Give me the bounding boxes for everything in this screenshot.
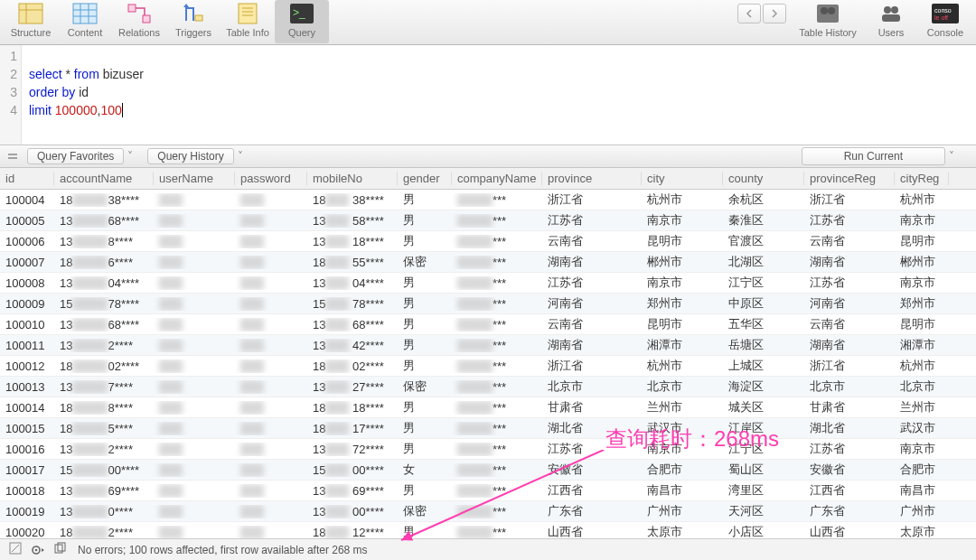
table-row[interactable]: 10000915xxxxxx78****xxxxxxxx15xxxx 78***… (0, 294, 976, 314)
cell: 100005 (0, 214, 54, 228)
code-line[interactable]: select * from bizuser (29, 65, 144, 83)
cell: 天河区 (723, 503, 804, 519)
table-row[interactable]: 10001715xxxxxx00****xxxxxxxx15xxxx 00***… (0, 460, 976, 481)
cell: 甘肃省 (542, 399, 642, 415)
cell: 湖南省 (542, 254, 642, 270)
cell: 上城区 (723, 358, 804, 374)
table-row[interactable]: 10000418xxxxxx38****xxxxxxxx18xxxx 38***… (0, 190, 976, 210)
cell: 江苏省 (542, 441, 642, 457)
table-row[interactable]: 10001013xxxxxx68****xxxxxxxx13xxxx 68***… (0, 314, 976, 335)
results-header: idaccountNameuserNamepasswordmobileNogen… (0, 168, 976, 190)
column-header[interactable]: companyName (452, 172, 542, 185)
toolbar-structure-button[interactable]: Structure (4, 0, 58, 43)
cell: 男 (398, 316, 452, 332)
cell: xxxxxx*** (452, 359, 542, 373)
favorites-dropdown[interactable]: ˅ (127, 150, 133, 163)
table-row[interactable]: 10001418xxxxxx8****xxxxxxxx18xxxx 18****… (0, 397, 976, 418)
cell: xxxx (235, 422, 307, 435)
code-line[interactable] (29, 47, 144, 65)
cell: 男 (398, 275, 452, 291)
cell: 男 (398, 212, 452, 229)
expand-button[interactable] (7, 150, 18, 163)
toolbar-query-button[interactable]: >_Query (275, 0, 329, 43)
copy-button[interactable] (54, 542, 69, 557)
table-row[interactable]: 10001813xxxxxx69****xxxxxxxx13xxxx 69***… (0, 481, 976, 501)
toolbar-triggers-button[interactable]: Triggers (166, 0, 221, 43)
code-area[interactable]: select * from bizuserorder by idlimit 10… (22, 45, 149, 145)
cell: 13xxxx 72**** (307, 443, 398, 456)
cell: 郴州市 (895, 254, 949, 270)
cell: 江苏省 (804, 441, 895, 457)
toolbar-relations-button[interactable]: Relations (112, 0, 166, 43)
cell: 100008 (0, 276, 54, 290)
column-header[interactable]: county (723, 172, 804, 185)
nav-forward-button[interactable] (763, 4, 786, 23)
cell: 男 (398, 420, 452, 436)
cell: xxxxxx*** (452, 235, 542, 248)
query-history-button[interactable]: Query History (147, 148, 233, 164)
svg-rect-0 (19, 4, 42, 23)
cell: 湖南省 (804, 254, 895, 270)
line-number: 1 (0, 47, 17, 65)
column-header[interactable]: id (0, 172, 54, 185)
cell: 江宁区 (723, 441, 804, 457)
cell: 安徽省 (542, 462, 642, 478)
cell: 13xxxx 42**** (307, 339, 398, 352)
cell: 兰州市 (642, 399, 723, 415)
run-dropdown[interactable]: ˅ (949, 150, 954, 163)
console-button[interactable]: console off Console (918, 0, 972, 43)
nav-back-forward[interactable] (737, 4, 786, 43)
cell: 江苏省 (804, 212, 895, 229)
settings-button[interactable] (31, 543, 45, 556)
table-row[interactable]: 10001218xxxxxx02****xxxxxxxx18xxxx 02***… (0, 356, 976, 377)
code-line[interactable]: limit 100000,100 (29, 101, 144, 119)
cell: 南京市 (642, 275, 723, 291)
cell: 100016 (0, 443, 54, 456)
table-history-button[interactable]: Table History (792, 0, 864, 43)
table-row[interactable]: 10001113xxxxxx2****xxxxxxxx13xxxx 42****… (0, 335, 976, 356)
query-favorites-button[interactable]: Query Favorites (27, 148, 124, 164)
cell: xxxx (235, 380, 307, 394)
column-header[interactable]: mobileNo (307, 172, 398, 185)
users-button[interactable]: Users (864, 0, 918, 43)
cell: xxxxxx*** (452, 505, 542, 518)
toolbar-table-info-button[interactable]: Table Info (221, 0, 275, 43)
code-line[interactable]: order by id (29, 83, 144, 101)
structure-icon (17, 2, 44, 25)
table-row[interactable]: 10000718xxxxxx6****xxxxxxxx18xxxx 55****… (0, 252, 976, 273)
table-row[interactable]: 10000813xxxxxx04****xxxxxxxx13xxxx 04***… (0, 273, 976, 294)
cell: xxxx (154, 276, 235, 290)
column-header[interactable]: gender (398, 172, 452, 185)
cell: xxxx (154, 526, 235, 539)
table-row[interactable]: 10000513xxxxxx68****xxxxxxxx13xxxx 58***… (0, 210, 976, 231)
toolbar-content-button[interactable]: Content (58, 0, 112, 43)
cell: 江苏省 (542, 275, 642, 291)
column-header[interactable]: provinceReg (804, 172, 895, 185)
cell: 昆明市 (895, 316, 949, 332)
bottom-left-icon[interactable] (9, 542, 22, 557)
column-header[interactable]: userName (154, 172, 235, 185)
column-header[interactable]: city (642, 172, 723, 185)
cell: 男 (398, 295, 452, 312)
sql-editor[interactable]: 1234 select * from bizuserorder by idlim… (0, 45, 976, 145)
table-row[interactable]: 10001518xxxxxx5****xxxxxxxx18xxxx 17****… (0, 418, 976, 439)
cell: 13xxxx 69**** (307, 484, 398, 498)
column-header[interactable]: cityReg (895, 172, 949, 185)
cell: xxxxxx*** (452, 443, 542, 456)
table-row[interactable]: 10001313xxxxxx7****xxxxxxxx13xxxx 27****… (0, 377, 976, 397)
cell: 100020 (0, 526, 54, 539)
nav-back-button[interactable] (737, 4, 761, 23)
table-row[interactable]: 10000613xxxxxx8****xxxxxxxx13xxxx 18****… (0, 231, 976, 252)
cell: 浙江省 (804, 358, 895, 374)
cell: 男 (398, 233, 452, 249)
table-row[interactable]: 10001613xxxxxx2****xxxxxxxx13xxxx 72****… (0, 439, 976, 460)
cell: xxxx (154, 463, 235, 477)
history-dropdown[interactable]: ˅ (238, 150, 243, 163)
cell: 13xxxxxx69**** (54, 484, 154, 498)
table-row[interactable]: 10001913xxxxxx0****xxxxxxxx13xxxx 00****… (0, 501, 976, 522)
column-header[interactable]: province (542, 172, 642, 185)
column-header[interactable]: accountName (54, 172, 154, 185)
column-header[interactable]: password (235, 172, 307, 185)
cell: 15xxxx 78**** (307, 297, 398, 311)
run-current-button[interactable]: Run Current (802, 147, 945, 165)
